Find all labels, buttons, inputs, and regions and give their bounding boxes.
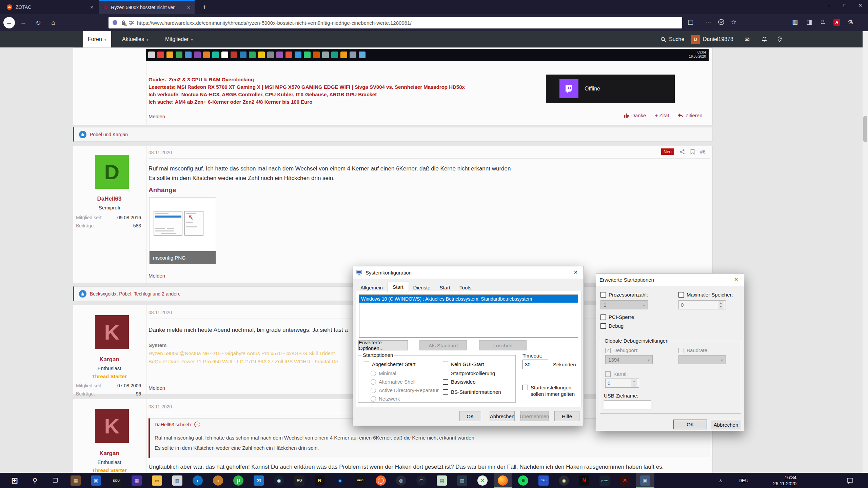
taskbar-icon-chipset-tool[interactable]: ▦: [127, 473, 146, 488]
taskbar-icon-task-view[interactable]: ❐: [46, 473, 64, 488]
nav-item-aktuelles[interactable]: Aktuelles: [122, 31, 149, 47]
taskbar-icon-msconfig[interactable]: ▣: [636, 473, 654, 488]
account-menu[interactable]: D Daniel19878: [691, 31, 733, 47]
taskbar-icon-wise-tool[interactable]: ✕: [473, 473, 492, 488]
account-icon[interactable]: [820, 19, 826, 25]
tab-close-icon[interactable]: [187, 5, 191, 10]
lock-icon[interactable]: [121, 20, 126, 25]
taskbar-icon-openoffice[interactable]: ◗: [189, 473, 207, 488]
report-link[interactable]: Melden: [149, 114, 165, 119]
pci-lock-checkbox[interactable]: PCI-Sperre: [600, 314, 634, 320]
twitch-banner[interactable]: Offline: [546, 75, 675, 103]
safe-boot-checkbox[interactable]: Abgesicherter Start: [364, 361, 415, 367]
taskbar-icon-winrar[interactable]: ▦: [66, 473, 85, 488]
tab-close-icon[interactable]: [90, 5, 94, 10]
taskbar-icon-disc-app[interactable]: ◉: [555, 473, 573, 488]
tab-start-boot[interactable]: Start: [387, 282, 409, 292]
no-gui-checkbox[interactable]: Kein GUI-Start: [443, 361, 484, 367]
ok-button[interactable]: OK: [673, 420, 707, 429]
page-scrollbar[interactable]: [863, 31, 868, 473]
taskbar-icon-origin[interactable]: ◯: [372, 473, 390, 488]
taskbar-icon-utorrent[interactable]: µ: [229, 473, 248, 488]
persist-settings-checkbox[interactable]: Starteinstellungen sollen immer gelten: [522, 384, 583, 397]
messages-button[interactable]: ✉: [745, 31, 750, 47]
reload-button[interactable]: [33, 17, 44, 28]
help-button[interactable]: Hilfe: [554, 411, 579, 421]
chevron-down-icon[interactable]: [104, 36, 106, 42]
extension-icon[interactable]: [848, 18, 853, 26]
tracking-shield-icon[interactable]: [112, 20, 118, 26]
cancel-button[interactable]: Abbrechen: [490, 411, 515, 421]
avatar[interactable]: K: [95, 409, 129, 443]
post-number[interactable]: #6: [700, 149, 706, 155]
checkbox-icon[interactable]: [443, 371, 448, 376]
chevron-down-icon[interactable]: [191, 36, 193, 42]
back-button[interactable]: [3, 17, 15, 28]
window-minimize-button[interactable]: [821, 0, 837, 11]
taskbar-icon-hw-monitor[interactable]: ▥: [168, 473, 186, 488]
max-memory-checkbox[interactable]: Maximaler Speicher:: [678, 292, 733, 298]
taskbar-icon-afterburner[interactable]: ▥: [453, 473, 471, 488]
window-close-button[interactable]: [852, 0, 868, 11]
taskbar-icon-spotify[interactable]: ≡: [514, 473, 532, 488]
post-date[interactable]: 08.11.2020: [149, 310, 172, 315]
taskbar-icon-ddu[interactable]: DDU: [107, 473, 125, 488]
bookmark-star-icon[interactable]: [731, 18, 736, 26]
checkbox-icon[interactable]: [443, 362, 448, 367]
taskbar-icon-start[interactable]: ⊞: [5, 473, 24, 488]
taskbar-icon-netflix[interactable]: N: [575, 473, 593, 488]
checkbox-icon[interactable]: [600, 314, 606, 320]
boot-entry-list[interactable]: Windows 10 (C:\WINDOWS) : Aktuelles Betr…: [359, 294, 578, 338]
signature-line[interactable]: Ich suche: AM4 ab Zen+ 6-Kerner oder Zen…: [149, 99, 312, 105]
taskbar-icon-cam[interactable]: ◎: [392, 473, 410, 488]
like-button[interactable]: Danke: [624, 113, 646, 118]
taskbar-icon-cpu-z[interactable]: CPU: [534, 473, 553, 488]
pocket-icon[interactable]: [718, 19, 724, 25]
taskbar-icon-search[interactable]: ⚲: [26, 473, 44, 488]
tray-clock[interactable]: 16:34 26.11.2020: [773, 473, 796, 488]
taskbar-icon-star-app[interactable]: ◆: [331, 473, 349, 488]
taskbar-icon-red-x-app[interactable]: ✕: [616, 473, 634, 488]
taskbar-icon-steam[interactable]: ◉: [270, 473, 288, 488]
advanced-title-bar[interactable]: Erweiterte Startoptionen: [596, 273, 744, 286]
sidebar-toggle-icon[interactable]: [806, 18, 812, 26]
tray-chevron[interactable]: [719, 473, 722, 488]
taskbar-icon-rockstar[interactable]: R: [311, 473, 329, 488]
forward-button[interactable]: [18, 17, 29, 28]
taskbar-icon-gpu-z[interactable]: ▤: [433, 473, 451, 488]
quote-attribution[interactable]: DaHell63 schrieb:: [155, 422, 200, 427]
close-icon[interactable]: [728, 273, 744, 286]
cancel-button[interactable]: Abbrechen: [711, 420, 741, 429]
share-icon[interactable]: [679, 149, 685, 155]
attachment-filename[interactable]: msconfig.PNG: [150, 251, 216, 264]
checkbox-icon[interactable]: [443, 389, 448, 395]
checkbox-icon[interactable]: [600, 292, 606, 298]
username-link[interactable]: Kargan: [73, 356, 146, 363]
taskbar-icon-file-explorer[interactable]: ▭: [148, 473, 166, 488]
checkbox-icon[interactable]: [600, 323, 606, 329]
ok-button[interactable]: OK: [459, 411, 481, 421]
adblock-icon[interactable]: A: [833, 19, 840, 26]
tab-thread[interactable]: Ryzen 5900x bosstet nicht vern: [99, 0, 195, 14]
taskbar-icon-prime-video[interactable]: prime: [595, 473, 614, 488]
post-date[interactable]: 08.11.2020: [149, 150, 172, 155]
usb-target-input[interactable]: [604, 400, 651, 409]
avatar[interactable]: D: [95, 155, 129, 189]
debug-checkbox[interactable]: Debug: [600, 323, 624, 329]
search-button[interactable]: Suche: [660, 31, 684, 47]
attachment-thumbnail[interactable]: ↖ msconfig.PNG: [149, 197, 216, 264]
url-bar[interactable]: https://www.hardwareluxx.de/community/th…: [108, 17, 682, 28]
timeout-input[interactable]: 30: [522, 360, 548, 369]
likes-bar[interactable]: Pöbel und Kargan: [73, 127, 713, 142]
permissions-icon[interactable]: [129, 20, 134, 25]
taskbar-icon-mail[interactable]: ✉: [250, 473, 268, 488]
home-button[interactable]: [47, 17, 59, 28]
alerts-button[interactable]: [762, 31, 767, 47]
boot-entry-selected[interactable]: Windows 10 (C:\WINDOWS) : Aktuelles Betr…: [359, 295, 578, 303]
bookmark-icon[interactable]: [690, 149, 695, 155]
report-link[interactable]: Melden: [149, 273, 165, 279]
reader-view-icon[interactable]: [688, 18, 693, 26]
quote-button[interactable]: + Zitat: [655, 113, 669, 118]
os-boot-info-checkbox[interactable]: BS-Startinformationen: [443, 389, 501, 395]
page-actions-icon[interactable]: [705, 18, 711, 26]
